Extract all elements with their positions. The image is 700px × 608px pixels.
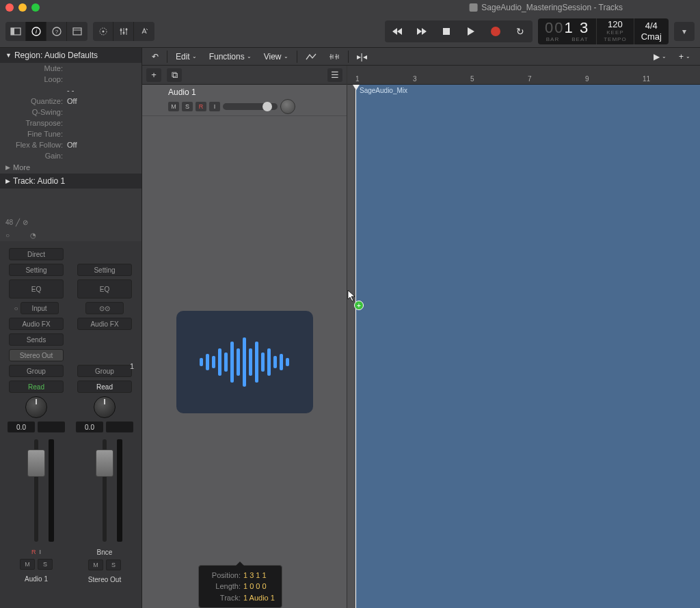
track-solo[interactable]: S <box>182 102 193 111</box>
pointer-tool[interactable]: ▶ ⌄ <box>649 51 671 63</box>
stop-button[interactable] <box>434 20 459 42</box>
region-header[interactable]: ▼Region: Audio Defaults <box>0 48 142 63</box>
library-button[interactable] <box>5 22 26 41</box>
channel-strip-stereo-out: Setting EQ ⊙⊙ Audio FX Group Read 0.0 Bn… <box>71 248 138 608</box>
ruler-mark: 3 <box>413 75 417 83</box>
editors-button[interactable] <box>134 22 154 41</box>
duplicate-track-button[interactable]: ⧉ <box>167 68 182 82</box>
play-button[interactable] <box>459 20 483 42</box>
solo-button[interactable]: S <box>38 559 53 570</box>
mixer-button[interactable] <box>113 22 134 41</box>
drag-tooltip: Position:1 3 1 1 Length:1 0 0 0 Track:1 … <box>198 565 282 609</box>
minimize-icon[interactable] <box>18 3 27 12</box>
track-input[interactable]: I <box>209 102 220 111</box>
inspector-panel: ▼Region: Audio Defaults Mute: Loop: - - … <box>0 48 142 608</box>
track-mute[interactable]: M <box>168 102 179 111</box>
loop-label: Loop: <box>5 75 67 83</box>
automation-read-button[interactable]: Read <box>77 381 132 393</box>
catch-icon[interactable]: ▸|◂ <box>353 51 371 63</box>
lcd-beat-label: BEAT <box>571 36 588 42</box>
track-volume-slider[interactable] <box>223 103 278 110</box>
functions-menu[interactable]: Functions ⌄ <box>205 51 256 63</box>
timeline: 1 3 5 7 9 11 SageAudio_Mix + <box>347 66 700 608</box>
peak-value[interactable] <box>38 422 65 432</box>
lcd-dropdown[interactable]: ▾ <box>674 22 695 41</box>
audio-region[interactable]: SageAudio_Mix <box>355 85 700 608</box>
toolbar-button[interactable] <box>67 22 88 41</box>
view-menu[interactable]: View ⌄ <box>260 51 293 63</box>
mute-button[interactable]: M <box>88 559 103 570</box>
group-button[interactable]: Group <box>77 365 132 377</box>
more-toggle[interactable]: ▶More <box>0 161 142 174</box>
back-button[interactable]: ↶ <box>148 51 163 63</box>
circle-icon[interactable]: ○ <box>5 232 10 239</box>
input-button[interactable]: Input <box>21 302 59 314</box>
track-pan-knob[interactable] <box>280 99 295 114</box>
inspector-button[interactable]: i <box>26 22 46 41</box>
svg-rect-16 <box>443 28 450 35</box>
waveform-icon <box>200 337 289 387</box>
eq-button[interactable]: EQ <box>9 279 64 299</box>
rec-enable-icon[interactable]: ○ <box>14 305 18 312</box>
group-button[interactable]: Group <box>9 365 64 377</box>
rec-input-indicator[interactable]: R I <box>31 549 41 555</box>
record-button[interactable] <box>483 20 508 42</box>
track-record[interactable]: R <box>196 102 206 111</box>
flex-icon[interactable] <box>325 51 344 62</box>
lcd-signature[interactable]: 4/4 Cmaj <box>634 18 669 44</box>
playhead[interactable] <box>355 85 356 608</box>
lcd-position[interactable]: 001 3 BARBEAT <box>538 18 597 44</box>
sends-button[interactable]: Sends <box>9 333 64 346</box>
pan-knob[interactable] <box>94 396 116 418</box>
strip-name: Audio 1 <box>25 573 48 585</box>
flex-label: Flex & Follow: <box>5 141 67 149</box>
global-tracks-button[interactable]: ☰ <box>327 68 342 82</box>
lcd-sig: 4/4 <box>645 21 658 30</box>
smart-controls-button[interactable] <box>93 22 113 41</box>
db-value[interactable]: 0.0 <box>8 422 35 432</box>
close-icon[interactable] <box>5 3 14 12</box>
track-big-area: 1 <box>142 116 347 608</box>
solo-button[interactable]: S <box>106 559 121 570</box>
track-header[interactable]: ▶Track: Audio 1 <box>0 174 142 189</box>
stereo-out-button[interactable]: Stereo Out <box>9 349 64 361</box>
cycle-button[interactable]: ↻ <box>508 20 533 42</box>
help-button[interactable]: ? <box>46 22 67 41</box>
setting-button[interactable]: Setting <box>9 264 64 276</box>
midi-channel-row[interactable]: 48 ╱ ⊘ <box>0 216 142 229</box>
fader[interactable] <box>9 436 64 545</box>
automation-read-button[interactable]: Read <box>9 381 64 393</box>
tracks-area[interactable]: SageAudio_Mix + <box>347 85 700 608</box>
lcd-tempo[interactable]: 120 KEEP TEMPO <box>597 18 634 44</box>
direct-button[interactable]: Direct <box>9 248 64 260</box>
quantize-value[interactable]: Off <box>67 97 136 105</box>
mute-button[interactable]: M <box>20 559 35 570</box>
eq-button[interactable]: EQ <box>77 279 132 299</box>
add-track-button[interactable]: + <box>146 68 161 82</box>
tooltip-track-value: 1 Audio 1 <box>243 592 275 604</box>
rewind-button[interactable] <box>385 20 409 42</box>
lcd-beat: 3 <box>580 19 589 36</box>
pan-knob[interactable] <box>25 396 47 418</box>
bounce-button[interactable]: Bnce <box>97 549 113 556</box>
setting-button[interactable]: Setting <box>77 264 132 276</box>
tooltip-length-value: 1 0 0 0 <box>243 581 267 592</box>
add-tool[interactable]: + ⌄ <box>675 51 695 63</box>
channel-strip-audio1: Direct Setting EQ ○Input Audio FX Sends … <box>3 248 70 608</box>
forward-button[interactable] <box>409 20 434 42</box>
svg-point-13 <box>120 29 122 31</box>
db-value[interactable]: 0.0 <box>76 422 103 432</box>
stereo-indicator[interactable]: ⊙⊙ <box>85 302 124 314</box>
track-row-audio1[interactable]: Audio 1 M S R I <box>142 85 347 116</box>
fader[interactable] <box>77 436 132 545</box>
automation-icon[interactable] <box>301 51 321 62</box>
svg-point-9 <box>102 30 104 32</box>
peak-value[interactable] <box>106 422 133 432</box>
ruler[interactable]: 1 3 5 7 9 11 <box>347 66 700 85</box>
clock-icon[interactable]: ◔ <box>30 232 36 239</box>
audiofx-button[interactable]: Audio FX <box>9 318 64 330</box>
maximize-icon[interactable] <box>31 3 40 12</box>
edit-menu[interactable]: Edit ⌄ <box>172 51 201 63</box>
flex-value[interactable]: Off <box>67 141 136 149</box>
audiofx-button[interactable]: Audio FX <box>77 318 132 330</box>
